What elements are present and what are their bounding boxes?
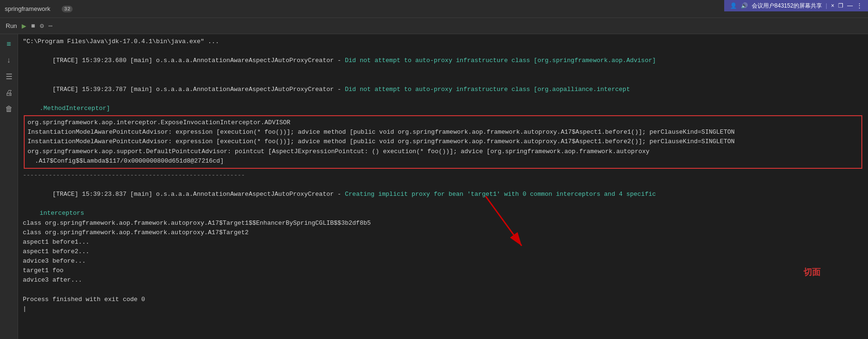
console-line-7: org.springframework.aop.support.DefaultP… <box>28 147 859 166</box>
divider1: | <box>826 2 827 9</box>
window-close[interactable]: × <box>831 2 834 9</box>
run-toolbar: Run ▶ ■ ⚙ ⋯ <box>0 18 868 34</box>
console-line-15: advice3 after... <box>23 275 863 285</box>
console-line-12: aspect1 before2... <box>23 247 863 257</box>
console-line-3: [TRACE] 15:39:23.787 [main] o.s.a.a.a.An… <box>23 75 863 104</box>
delete-icon[interactable]: 🗑 <box>2 102 16 116</box>
user-bar-icon1: 👤 <box>730 2 737 9</box>
console-line-blank <box>23 285 863 295</box>
console-line-17: Process finished with exit code 0 <box>23 295 863 304</box>
console-line-5: InstantiationModelAwarePointcutAdvisor: … <box>28 128 859 137</box>
window-minimize[interactable]: — <box>847 2 853 9</box>
window-maximize[interactable]: ❐ <box>838 2 843 9</box>
tab-count: 32 <box>62 6 73 12</box>
sort-down-icon[interactable]: ↓ <box>2 54 16 67</box>
console-line-9: class org.springframework.aop.framework.… <box>23 219 863 228</box>
red-box-section: org.springframework.aop.interceptor.Expo… <box>24 115 862 169</box>
console-line-10: class org.springframework.aop.framework.… <box>23 228 863 238</box>
console-line-6: InstantiationModelAwarePointcutAdvisor: … <box>28 137 859 147</box>
run-settings-button[interactable]: ⚙ <box>40 22 44 30</box>
project-title: springframework <box>5 5 50 12</box>
console-line-13: advice3 before... <box>23 257 863 266</box>
console-line-18: | <box>23 304 863 314</box>
console-line-4: org.springframework.aop.interceptor.Expo… <box>28 118 859 128</box>
console-line-8: [TRACE] 15:39:23.837 [main] o.s.a.a.a.An… <box>23 180 863 209</box>
console-line-11: aspect1 before1... <box>23 238 863 247</box>
sidebar: ≡ ↓ ☰ 🖨 🗑 <box>0 34 18 339</box>
console-output[interactable]: "C:\Program Files\Java\jdk-17.0.4.1\bin\… <box>18 34 868 339</box>
user-bar-text: 会议用户843152的屏幕共享 <box>752 2 822 10</box>
console-area: "C:\Program Files\Java\jdk-17.0.4.1\bin\… <box>18 34 868 339</box>
run-play-button[interactable]: ▶ <box>22 21 27 31</box>
console-line-8b: interceptors <box>23 209 863 218</box>
main-layout: ≡ ↓ ☰ 🖨 🗑 "C:\Program Files\Java\jdk-17.… <box>0 34 868 339</box>
console-line-2: [TRACE] 15:39:23.680 [main] o.s.a.a.a.An… <box>23 46 863 75</box>
console-line-14: target1 foo <box>23 266 863 275</box>
format-icon[interactable]: ☰ <box>2 70 16 83</box>
console-separator: ----------------------------------------… <box>23 171 863 180</box>
user-bar-icon2: 🔊 <box>741 2 748 9</box>
print-icon[interactable]: 🖨 <box>2 86 16 100</box>
window-menu[interactable]: ⋮ <box>857 2 862 9</box>
run-more-button[interactable]: ⋯ <box>48 22 52 30</box>
console-line-1: "C:\Program Files\Java\jdk-17.0.4.1\bin\… <box>23 37 863 46</box>
run-label: Run <box>6 22 17 29</box>
console-line-3b: .MethodInterceptor] <box>23 104 863 113</box>
filter-icon[interactable]: ≡ <box>2 38 16 51</box>
run-stop-button[interactable]: ■ <box>31 22 35 30</box>
user-bar: 👤 🔊 会议用户843152的屏幕共享 | × ❐ — ⋮ <box>724 0 868 11</box>
